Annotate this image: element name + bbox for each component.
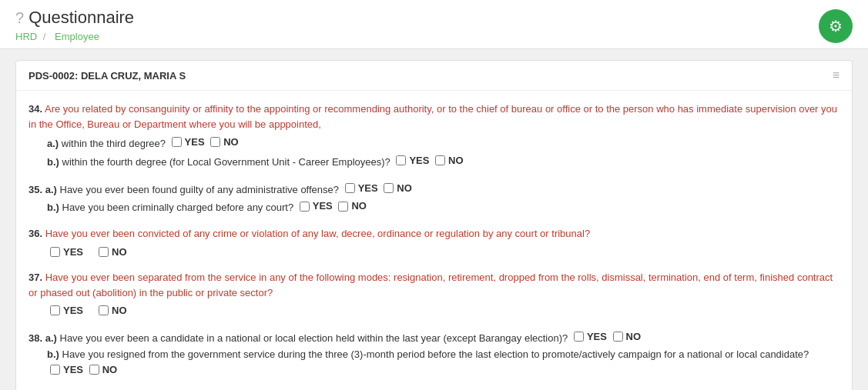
q36-yes-group: YES — [50, 245, 83, 260]
q37-yes-checkbox[interactable] — [50, 305, 60, 315]
q35b-yes-checkbox[interactable] — [300, 202, 310, 212]
q34b-no-label: NO — [448, 153, 464, 168]
q36-body: Have you ever been convicted of any crim… — [45, 228, 590, 239]
q38b-yes-checkbox[interactable] — [50, 365, 60, 375]
question-37: 37. Have you ever been separated from th… — [28, 270, 840, 318]
top-bar: ? Questionnaire HRD / Employee ⚙ — [0, 0, 868, 49]
q38b-no-label: NO — [102, 362, 118, 378]
q38b-yes-label: YES — [63, 362, 83, 378]
q35a-no-checkbox[interactable] — [384, 183, 394, 193]
q37-number: 37. — [28, 272, 42, 283]
card-header: PDS-0002: DELA CRUZ, MARIA S ≡ — [16, 61, 852, 91]
q38b-label: b.) Have you resigned from the governmen… — [47, 348, 809, 360]
page-title: ? Questionnaire — [15, 8, 134, 28]
q36-no-checkbox[interactable] — [99, 247, 109, 257]
q38a-no-group: NO — [613, 329, 642, 345]
q35a-yes-checkbox[interactable] — [345, 183, 355, 193]
q35b-no-label: NO — [351, 198, 367, 214]
q35a-no-group: NO — [384, 181, 412, 196]
q34b: b.) within the fourth degree (for Local … — [47, 153, 840, 170]
q34-body: Are you related by consanguinity or affi… — [28, 103, 837, 130]
q34b-label: b.) within the fourth degree (for Local … — [47, 156, 390, 168]
question-36: 36. Have you ever been convicted of any … — [28, 226, 840, 259]
q35b-no-checkbox[interactable] — [338, 202, 348, 212]
top-bar-left: ? Questionnaire HRD / Employee — [15, 8, 134, 42]
q36-yes-checkbox[interactable] — [50, 247, 60, 257]
q38-number: 38. — [28, 332, 42, 344]
questionnaire-card: PDS-0002: DELA CRUZ, MARIA S ≡ 34. Are y… — [15, 60, 853, 390]
q37-checkboxes: YES NO — [47, 303, 840, 318]
q38a-no-label: NO — [626, 329, 642, 345]
q35a-yes-group: YES — [345, 181, 378, 196]
q34a-no-group: NO — [210, 135, 239, 150]
q36-no-label: NO — [112, 245, 127, 260]
menu-icon[interactable]: ≡ — [833, 68, 840, 82]
q36-yes-label: YES — [63, 245, 83, 260]
q38a-label: a.) Have you ever been a candidate in a … — [45, 332, 568, 344]
q37-no-group: NO — [99, 303, 127, 318]
q34a-yes-checkbox[interactable] — [172, 137, 182, 147]
q34a: a.) within the third degree? YES NO — [47, 135, 840, 152]
q35a-no-label: NO — [397, 181, 412, 196]
gear-icon: ⚙ — [829, 17, 843, 35]
gear-button[interactable]: ⚙ — [819, 9, 853, 43]
q37-yes-group: YES — [50, 303, 83, 318]
q35a-label: a.) Have you ever been found guilty of a… — [45, 184, 339, 195]
q34b-no-group: NO — [435, 153, 464, 168]
q34a-yes-label: YES — [185, 135, 205, 150]
breadcrumb-separator: / — [43, 31, 46, 42]
q37-yes-label: YES — [63, 303, 83, 318]
card-body: 34. Are you related by consanguinity or … — [16, 91, 852, 390]
q34-text: 34. Are you related by consanguinity or … — [28, 102, 840, 132]
q34b-yes-group: YES — [396, 153, 429, 168]
q38a-no-checkbox[interactable] — [613, 332, 623, 342]
q36-no-group: NO — [99, 245, 127, 260]
q38b-no-checkbox[interactable] — [89, 365, 99, 375]
q36-text: 36. Have you ever been convicted of any … — [28, 226, 840, 242]
q38a: 38. a.) Have you ever been a candidate i… — [28, 329, 840, 346]
card-title: PDS-0002: DELA CRUZ, MARIA S — [28, 70, 186, 82]
q37-no-label: NO — [112, 303, 127, 318]
page-title-text: Questionnaire — [28, 8, 134, 28]
q36-checkboxes: YES NO — [47, 245, 840, 260]
q34a-label: a.) within the third degree? — [47, 138, 166, 149]
q38b-yes-group: YES — [50, 362, 83, 378]
question-mark-icon: ? — [15, 9, 24, 27]
q35a: 35. a.) Have you ever been found guilty … — [28, 181, 840, 198]
q38a-yes-label: YES — [587, 329, 607, 345]
q35-number: 35. — [28, 184, 42, 195]
q34b-no-checkbox[interactable] — [435, 155, 445, 165]
q38a-yes-checkbox[interactable] — [574, 332, 584, 342]
q35b-no-group: NO — [338, 198, 367, 214]
q34a-no-checkbox[interactable] — [210, 137, 220, 147]
q34a-no-label: NO — [223, 135, 239, 150]
q37-body: Have you ever been separated from the se… — [28, 272, 833, 298]
q37-no-checkbox[interactable] — [99, 305, 109, 315]
breadcrumb: HRD / Employee — [15, 31, 134, 42]
q35b-label: b.) Have you been criminally charged bef… — [47, 202, 293, 214]
breadcrumb-parent[interactable]: HRD — [15, 31, 37, 42]
question-35: 35. a.) Have you ever been found guilty … — [28, 181, 840, 216]
q38b: b.) Have you resigned from the governmen… — [47, 347, 840, 378]
q34-number: 34. — [28, 103, 42, 115]
q38a-yes-group: YES — [574, 329, 607, 345]
question-38: 38. a.) Have you ever been a candidate i… — [28, 329, 840, 379]
q35b-yes-label: YES — [313, 198, 333, 214]
q35b: b.) Have you been criminally charged bef… — [47, 198, 840, 215]
q34a-yes-group: YES — [172, 135, 205, 150]
q38b-no-group: NO — [89, 362, 118, 378]
breadcrumb-current: Employee — [55, 31, 99, 42]
q35a-yes-label: YES — [358, 181, 378, 196]
q34b-yes-checkbox[interactable] — [396, 155, 406, 165]
q34b-yes-label: YES — [409, 153, 429, 168]
q36-number: 36. — [28, 228, 42, 239]
question-34: 34. Are you related by consanguinity or … — [28, 102, 840, 170]
q35b-yes-group: YES — [300, 198, 333, 214]
main-content: PDS-0002: DELA CRUZ, MARIA S ≡ 34. Are y… — [0, 49, 868, 390]
q37-text: 37. Have you ever been separated from th… — [28, 270, 840, 300]
